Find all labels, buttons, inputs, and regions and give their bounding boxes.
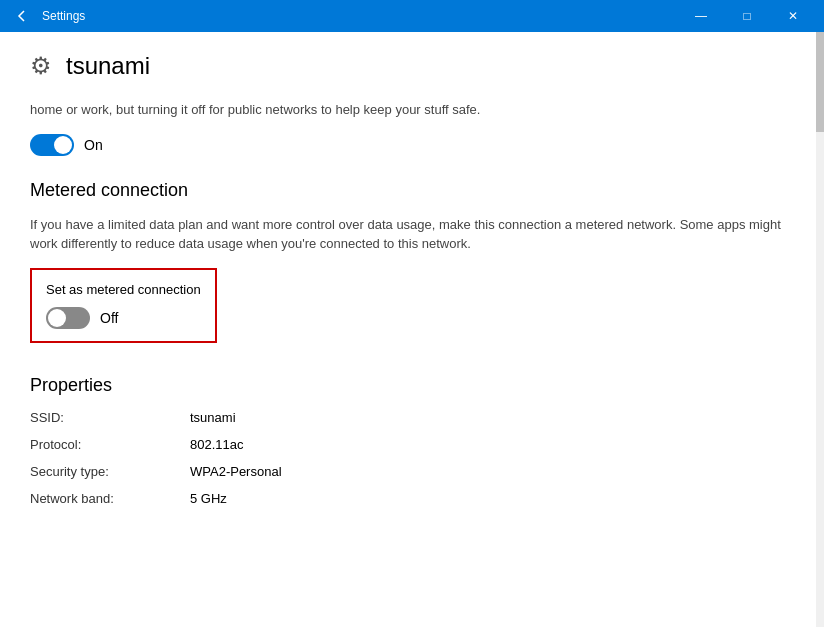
properties-heading: Properties — [30, 375, 786, 396]
maximize-button[interactable]: □ — [724, 0, 770, 32]
toggle-thumb — [54, 136, 72, 154]
scrollbar-track[interactable] — [816, 32, 824, 627]
property-label-ssid: SSID: — [30, 410, 190, 425]
firewall-toggle-row: On — [30, 134, 786, 156]
page-title: tsunami — [66, 52, 150, 80]
metered-connection-highlight-box: Set as metered connection Off — [30, 268, 217, 343]
property-label-security: Security type: — [30, 464, 190, 479]
property-value-protocol: 802.11ac — [190, 437, 244, 452]
window-title: Settings — [36, 9, 678, 23]
metered-toggle-label: Set as metered connection — [46, 282, 201, 297]
metered-connection-toggle[interactable] — [46, 307, 90, 329]
property-row-security: Security type: WPA2-Personal — [30, 464, 786, 479]
content-area: ⚙ tsunami home or work, but turning it o… — [0, 32, 824, 627]
property-label-band: Network band: — [30, 491, 190, 506]
close-button[interactable]: ✕ — [770, 0, 816, 32]
property-row-band: Network band: 5 GHz — [30, 491, 786, 506]
property-value-ssid: tsunami — [190, 410, 236, 425]
property-row-protocol: Protocol: 802.11ac — [30, 437, 786, 452]
page-header: ⚙ tsunami — [30, 52, 786, 80]
property-value-band: 5 GHz — [190, 491, 227, 506]
metered-connection-heading: Metered connection — [30, 180, 786, 201]
back-button[interactable] — [8, 2, 36, 30]
firewall-toggle[interactable] — [30, 134, 74, 156]
scrollbar-thumb[interactable] — [816, 32, 824, 132]
metered-toggle-row: Off — [46, 307, 201, 329]
title-bar: Settings — □ ✕ — [0, 0, 824, 32]
window-controls: — □ ✕ — [678, 0, 816, 32]
main-scroll-area: ⚙ tsunami home or work, but turning it o… — [0, 32, 816, 627]
properties-section: Properties SSID: tsunami Protocol: 802.1… — [30, 375, 786, 506]
metered-toggle-thumb — [48, 309, 66, 327]
metered-toggle-state-label: Off — [100, 310, 118, 326]
metered-connection-description: If you have a limited data plan and want… — [30, 215, 786, 254]
settings-icon: ⚙ — [30, 52, 52, 80]
minimize-button[interactable]: — — [678, 0, 724, 32]
firewall-description: home or work, but turning it off for pub… — [30, 100, 786, 120]
property-row-ssid: SSID: tsunami — [30, 410, 786, 425]
firewall-toggle-label: On — [84, 137, 103, 153]
property-value-security: WPA2-Personal — [190, 464, 282, 479]
property-label-protocol: Protocol: — [30, 437, 190, 452]
